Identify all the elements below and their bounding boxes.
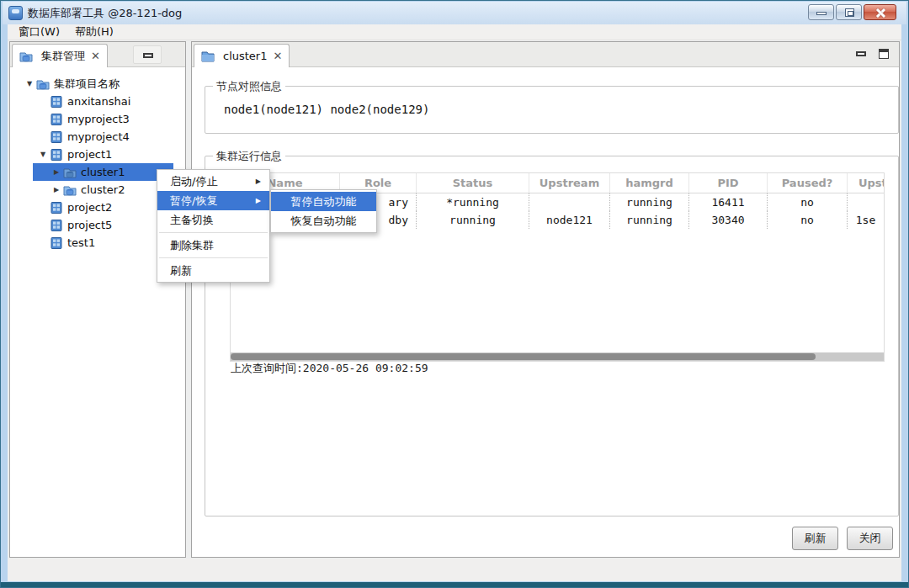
tree-item-label: cluster1 — [81, 166, 125, 178]
tab-cluster-management[interactable]: 集群管理 ✕ — [12, 44, 108, 67]
submenu-item-label: 恢复自动功能 — [291, 214, 357, 229]
tree-item-label: cluster2 — [81, 183, 125, 196]
tree-item-label: myproject3 — [67, 113, 130, 125]
cell-upstream: node121 — [529, 211, 609, 229]
view-minimize-icon — [143, 53, 153, 58]
submenu-item-label: 暂停自动功能 — [291, 194, 357, 209]
project-icon — [50, 113, 63, 126]
cluster-tree: ▼ 集群项目名称 anxitanshai myproject3 myprojec… — [11, 75, 184, 556]
minimize-button[interactable] — [808, 4, 834, 20]
menu-help[interactable]: 帮助(H) — [67, 24, 121, 40]
pause-resume-submenu: 暂停自动功能 恢复自动功能 — [270, 189, 377, 233]
menu-item-pause-resume[interactable]: 暂停/恢复 ▶ — [157, 191, 269, 210]
close-button[interactable] — [864, 4, 896, 20]
column-header-status[interactable]: Status — [416, 173, 529, 193]
restore-button[interactable] — [836, 4, 862, 20]
tree-item-root[interactable]: ▼ 集群项目名称 — [11, 75, 184, 93]
tree-item-label: project2 — [67, 201, 112, 214]
editor-view-buttons — [855, 47, 890, 61]
tree-item-anxitanshai[interactable]: anxitanshai — [11, 93, 184, 110]
menu-item-switchover[interactable]: 主备切换 — [157, 210, 269, 230]
cell-upstream — [529, 193, 609, 211]
cluster-view-tabrow: 集群管理 ✕ — [10, 42, 185, 67]
node-info-content: node1(node121) node2(node129) — [224, 103, 429, 116]
statusbar — [8, 559, 901, 581]
tab-close-icon[interactable]: ✕ — [91, 50, 100, 62]
cluster-folder-icon — [63, 166, 77, 179]
expand-arrow-icon[interactable]: ▶ — [50, 168, 63, 176]
tab-cluster1[interactable]: cluster1 ✕ — [194, 44, 290, 67]
tab-label: 集群管理 — [41, 49, 85, 64]
tab-close-icon[interactable]: ✕ — [273, 50, 282, 62]
collapse-arrow-icon[interactable]: ▼ — [36, 151, 50, 158]
menu-item-delete-cluster[interactable]: 删除集群 — [157, 236, 269, 255]
tree-item-project1[interactable]: ▼ project1 — [11, 146, 184, 163]
menu-item-label: 主备切换 — [170, 213, 214, 228]
cell-hamgrd: running — [609, 193, 688, 211]
submenu-arrow-icon: ▶ — [256, 177, 261, 185]
view-maximize-button[interactable] — [877, 47, 890, 61]
cell-paused: no — [767, 193, 847, 211]
tree-item-label: myproject4 — [67, 130, 130, 143]
cluster-context-menu: 启动/停止 ▶ 暂停/恢复 ▶ 主备切换 删除集群 刷新 — [157, 169, 270, 283]
menu-item-start-stop[interactable]: 启动/停止 ▶ — [157, 172, 269, 191]
tree-item-label: 集群项目名称 — [54, 77, 120, 92]
minimize-icon — [816, 12, 827, 15]
last-query-time: 上次查询时间:2020-05-26 09:02:59 — [231, 361, 428, 376]
window-controls — [806, 4, 896, 20]
project-icon — [50, 148, 63, 162]
project-icon — [50, 130, 63, 144]
tree-item-myproject4[interactable]: myproject4 — [11, 128, 184, 146]
window-title: 数据库部署工具 @28-121-dog — [28, 6, 182, 21]
cell-paused: no — [767, 211, 847, 229]
horizontal-scrollbar[interactable] — [231, 352, 884, 361]
app-icon — [8, 6, 23, 20]
submenu-item-pause-auto[interactable]: 暂停自动功能 — [271, 192, 376, 211]
cluster-management-view: 集群管理 ✕ ▼ 集群项目名称 anxitanshai — [9, 41, 186, 558]
workbench: 集群管理 ✕ ▼ 集群项目名称 anxitanshai — [8, 40, 901, 559]
cell-upst: 1se — [847, 211, 884, 229]
expand-arrow-icon[interactable]: ▶ — [50, 186, 63, 193]
tree-item-myproject3[interactable]: myproject3 — [11, 110, 184, 128]
editor-tabrow: cluster1 ✕ — [192, 42, 899, 67]
column-header-upstream[interactable]: Upstream — [529, 173, 609, 193]
view-minimize-button[interactable] — [133, 45, 162, 64]
column-header-paused[interactable]: Paused? — [767, 173, 847, 193]
project-icon — [50, 236, 63, 250]
view-maximize-icon — [879, 49, 889, 59]
tree-item-label: project1 — [67, 148, 112, 161]
menu-separator — [159, 257, 268, 258]
cell-status: *running — [416, 193, 529, 211]
menu-item-label: 暂停/恢复 — [170, 193, 217, 209]
node-info-group: 节点对照信息 node1(node121) node2(node129) — [205, 86, 899, 134]
node-info-group-title: 节点对照信息 — [213, 79, 285, 94]
tab-label: cluster1 — [223, 50, 267, 62]
cluster1-editor-view: cluster1 ✕ 节点对照信息 node1(node121) node2(n… — [191, 41, 900, 558]
menu-item-label: 刷新 — [170, 263, 192, 278]
menu-window[interactable]: 窗口(W) — [11, 24, 67, 40]
column-header-upst-clipped[interactable]: Upst — [847, 173, 884, 193]
refresh-button[interactable]: 刷新 — [792, 527, 838, 550]
window-bottom-edge — [1, 582, 908, 587]
cluster-folder-icon — [36, 77, 50, 91]
collapse-arrow-icon[interactable]: ▼ — [23, 80, 36, 87]
cell-pid: 16411 — [688, 193, 767, 211]
scrollbar-thumb[interactable] — [231, 353, 816, 360]
submenu-item-resume-auto[interactable]: 恢复自动功能 — [271, 211, 376, 230]
tree-item-label: test1 — [67, 236, 95, 249]
menu-item-label: 启动/停止 — [170, 174, 217, 189]
folder-icon — [201, 50, 215, 63]
project-icon — [50, 95, 63, 109]
view-minimize-button[interactable] — [855, 47, 869, 61]
titlebar: 数据库部署工具 @28-121-dog — [3, 2, 906, 24]
project-icon — [50, 201, 63, 215]
submenu-arrow-icon: ▶ — [256, 197, 261, 204]
column-header-pid[interactable]: PID — [688, 173, 767, 193]
column-header-hamgrd[interactable]: hamgrd — [609, 173, 688, 193]
view-minimize-icon — [856, 51, 866, 56]
close-editor-button[interactable]: 关闭 — [847, 527, 893, 550]
app-window: 数据库部署工具 @28-121-dog 窗口(W) 帮助(H) 集群管理 ✕ — [0, 0, 909, 588]
cell-status: running — [416, 211, 529, 229]
cell-pid: 30340 — [688, 211, 767, 229]
menu-item-refresh[interactable]: 刷新 — [157, 261, 269, 280]
